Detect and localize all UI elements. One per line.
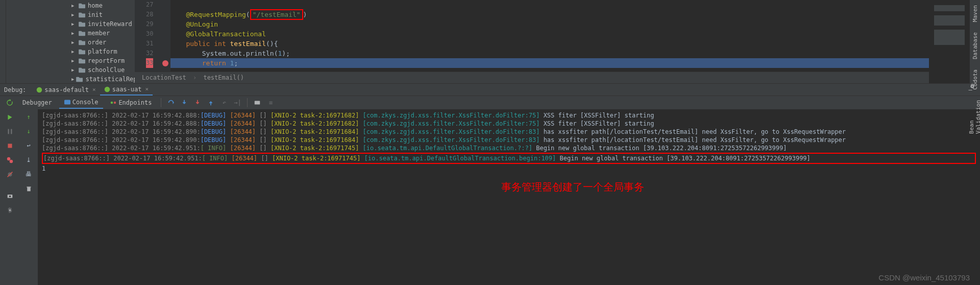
- drop-frame-icon[interactable]: ↶: [218, 97, 230, 108]
- force-step-into-icon[interactable]: [192, 97, 203, 108]
- svg-rect-6: [8, 129, 9, 134]
- pause-icon[interactable]: [4, 126, 15, 137]
- svg-rect-2: [64, 100, 70, 105]
- chevron-right-icon: ▶: [71, 40, 77, 45]
- code-line[interactable]: @RequestMapping("/testEmail"): [186, 10, 929, 19]
- gutter-row[interactable]: [160, 19, 170, 29]
- project-tree[interactable]: ▶home▶init▶inviteReward▶member▶order▶pla…: [6, 0, 135, 83]
- log-line: [zgjd-saas:8766::] 2022-02-17 16:59:42.8…: [42, 136, 976, 144]
- folder-icon: [79, 66, 86, 74]
- endpoints-tab[interactable]: Endpoints: [105, 97, 157, 108]
- step-into-icon[interactable]: [179, 97, 190, 108]
- gutter-row[interactable]: [160, 29, 170, 39]
- close-icon[interactable]: ×: [92, 86, 96, 93]
- folder-icon: [79, 39, 86, 46]
- gutter-row[interactable]: [160, 10, 170, 19]
- debug-side-toolbar: [0, 109, 19, 285]
- step-out-icon[interactable]: [205, 97, 216, 108]
- gutter-marks[interactable]: [160, 0, 170, 72]
- evaluate-icon[interactable]: [252, 97, 263, 108]
- tree-folder-order[interactable]: ▶order: [6, 38, 135, 47]
- tree-label: home: [88, 2, 103, 9]
- clear-icon[interactable]: [23, 183, 34, 194]
- gutter-row[interactable]: [160, 39, 170, 49]
- chevron-right-icon: ▶: [71, 12, 77, 17]
- svg-rect-5: [255, 101, 260, 105]
- sidebar-tab-maven[interactable]: Maven: [971, 2, 979, 25]
- tree-label: init: [88, 11, 103, 18]
- chevron-right-icon: ▶: [71, 21, 77, 27]
- sidebar-tab-database[interactable]: Database: [971, 29, 979, 62]
- breadcrumb-method[interactable]: testEmail(): [203, 74, 243, 81]
- svg-rect-7: [11, 129, 12, 134]
- soft-wrap-icon[interactable]: ↩: [23, 140, 34, 151]
- gutter-row[interactable]: [160, 49, 170, 58]
- breadcrumb-separator: ›: [193, 74, 197, 81]
- tree-label: inviteReward: [88, 20, 132, 28]
- code-line[interactable]: [186, 0, 929, 10]
- spring-icon: [104, 86, 110, 92]
- breakpoint-icon[interactable]: [162, 60, 168, 66]
- close-icon[interactable]: ×: [145, 86, 149, 92]
- print-icon[interactable]: 🖶: [23, 169, 34, 180]
- folder-icon: [79, 2, 86, 9]
- svg-point-9: [7, 157, 10, 160]
- tree-folder-statisticalReport[interactable]: ▶statisticalReport: [6, 75, 135, 83]
- code-line[interactable]: @GlobalTransactional: [186, 29, 929, 39]
- breadcrumb[interactable]: LocationTest › testEmail(): [135, 72, 929, 83]
- tree-folder-home[interactable]: ▶home: [6, 1, 135, 10]
- mute-breakpoints-icon[interactable]: [4, 169, 15, 180]
- console-side-toolbar: ↑ ↓ ↩ ⤓ 🖶: [19, 109, 38, 285]
- scroll-end-icon[interactable]: ⤓: [23, 154, 34, 165]
- code-area[interactable]: 27282930313233 @RequestMapping("/testEma…: [135, 0, 929, 72]
- tree-label: platform: [88, 48, 117, 55]
- debug-tab-saas-uat[interactable]: saas-uat×: [100, 84, 153, 96]
- svg-rect-17: [27, 186, 31, 187]
- run-to-cursor-icon[interactable]: →|: [232, 97, 243, 108]
- gutter-row[interactable]: [160, 58, 170, 68]
- tree-folder-member[interactable]: ▶member: [6, 29, 135, 38]
- tree-label: order: [88, 39, 106, 46]
- code-lines[interactable]: @RequestMapping("/testEmail")@UnLogin@Gl…: [170, 0, 929, 72]
- code-line[interactable]: public int testEmail(){: [186, 39, 929, 49]
- sidebar-tab-bean-validation[interactable]: Bean Validation: [967, 97, 980, 137]
- tree-folder-init[interactable]: ▶init: [6, 10, 135, 19]
- annotation-text: 事务管理器创建了一个全局事务: [501, 183, 976, 191]
- camera-icon[interactable]: [4, 190, 15, 201]
- tree-folder-inviteReward[interactable]: ▶inviteReward: [6, 19, 135, 29]
- code-line[interactable]: return 1;: [170, 58, 929, 68]
- settings-icon[interactable]: [4, 204, 15, 216]
- main-area: ▶home▶init▶inviteReward▶member▶order▶pla…: [0, 0, 980, 83]
- gear-icon[interactable]: [967, 81, 978, 92]
- chevron-right-icon: ▶: [71, 49, 77, 54]
- resume-icon[interactable]: [4, 111, 15, 123]
- tree-folder-reportForm[interactable]: ▶reportForm: [6, 56, 135, 65]
- code-line[interactable]: @UnLogin: [186, 19, 929, 29]
- editor-area: 27282930313233 @RequestMapping("/testEma…: [135, 0, 929, 83]
- console-output[interactable]: [zgjd-saas:8766::] 2022-02-17 16:59:42.8…: [38, 109, 980, 285]
- log-line: [zgjd-saas:8766::] 2022-02-17 16:59:42.9…: [42, 153, 976, 164]
- gutter-row[interactable]: [160, 0, 170, 10]
- tree-folder-schoolClue[interactable]: ▶schoolClue: [6, 65, 135, 75]
- folder-icon: [76, 76, 83, 83]
- debug-tab-saas-default[interactable]: saas-default×: [32, 84, 100, 96]
- stop-icon[interactable]: [4, 140, 15, 151]
- down-arrow-icon[interactable]: ↓: [23, 126, 34, 137]
- folder-icon: [79, 57, 86, 64]
- code-line[interactable]: System.out.println(1);: [186, 49, 929, 58]
- restart-icon[interactable]: [4, 97, 15, 108]
- step-over-icon[interactable]: [165, 97, 177, 108]
- console-tab[interactable]: Console: [59, 97, 104, 109]
- debug-header: Debug: saas-default×saas-uat× —: [0, 84, 980, 96]
- tree-folder-platform[interactable]: ▶platform: [6, 47, 135, 56]
- svg-rect-16: [27, 187, 31, 191]
- breakpoints-icon[interactable]: [4, 154, 15, 165]
- debugger-tab[interactable]: Debugger: [17, 97, 57, 108]
- chevron-right-icon: ▶: [71, 67, 77, 73]
- up-arrow-icon[interactable]: ↑: [23, 111, 34, 123]
- breadcrumb-class[interactable]: LocationTest: [142, 74, 186, 81]
- folder-icon: [79, 20, 86, 28]
- trace-icon[interactable]: ≡: [265, 97, 276, 108]
- svg-rect-8: [8, 144, 12, 148]
- minimap[interactable]: [929, 0, 970, 83]
